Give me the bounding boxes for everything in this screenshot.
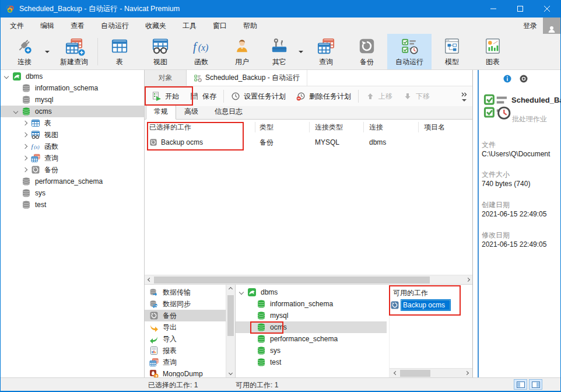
tree-item-tables[interactable]: 表 (1, 117, 144, 129)
field-label-file: 文件 (482, 140, 496, 150)
chevron-right-icon[interactable] (23, 167, 27, 172)
job-type-backup[interactable]: 备份 (145, 310, 226, 321)
job-type-data-transfer[interactable]: 数据传输 (145, 286, 226, 298)
menu-favorites[interactable]: 收藏夹 (137, 18, 174, 34)
tree-item-ocms[interactable]: ocms (1, 106, 144, 117)
chevron-down-icon[interactable] (4, 74, 9, 79)
job-type-query[interactable]: 查询 (145, 356, 226, 368)
mysql-connection-icon (247, 288, 257, 297)
toggle-right-pane-button[interactable] (529, 379, 542, 390)
menu-automation[interactable]: 自动运行 (93, 18, 137, 34)
tree-item-test[interactable]: test (1, 199, 144, 211)
chevron-right-icon[interactable] (23, 121, 27, 125)
start-button[interactable]: 开始 (147, 89, 184, 104)
column-header-connection[interactable]: 连接 (369, 120, 383, 135)
chevron-right-icon[interactable] (23, 144, 27, 149)
minimize-button[interactable] (480, 0, 507, 18)
scroll-left-arrow[interactable] (391, 369, 400, 377)
picker-item-mysql[interactable]: mysql (236, 310, 389, 321)
save-button[interactable]: 保存 (184, 89, 222, 104)
scrollbar-thumb[interactable] (154, 276, 430, 284)
job-type-report[interactable]: 报表 (145, 345, 226, 356)
picker-item-performance-schema[interactable]: performance_schema (236, 333, 389, 345)
toolbar-connection[interactable]: 连接 (6, 34, 43, 69)
scroll-up-arrow[interactable] (226, 285, 235, 293)
toolbar-new-query[interactable]: 新建查询 (52, 34, 96, 69)
tab-message-log[interactable]: 信息日志 (206, 104, 251, 120)
toolbar-user[interactable]: 用户 (222, 34, 262, 69)
column-header-type[interactable]: 类型 (260, 120, 274, 135)
set-task-schedule-button[interactable]: 设置任务计划 (226, 89, 291, 104)
tab-objects[interactable]: 对象 (145, 70, 187, 86)
chevron-right-icon[interactable] (23, 132, 27, 137)
picker-item-test[interactable]: test (236, 356, 389, 368)
scroll-right-arrow[interactable] (462, 369, 471, 377)
tree-item-views[interactable]: 视图 (1, 129, 144, 141)
toolbar-model[interactable]: 模型 (432, 34, 472, 69)
horizontal-scrollbar[interactable] (145, 275, 472, 284)
toolbar-others[interactable]: 其它 (262, 34, 296, 69)
tree-item-backups[interactable]: 备份 (1, 164, 144, 176)
scroll-left-arrow[interactable] (145, 275, 154, 284)
toolbar-backup[interactable]: 备份 (346, 34, 387, 69)
tree-item-dbms[interactable]: dbms (1, 71, 144, 82)
tree-item-queries[interactable]: 查询 (1, 152, 144, 164)
person-icon (547, 24, 556, 34)
move-down-button[interactable]: 下移 (398, 89, 435, 104)
toolbar-table[interactable]: 表 (99, 34, 140, 69)
scrollbar-thumb[interactable] (227, 295, 234, 336)
login-button[interactable]: 登录 (517, 21, 543, 31)
toggle-left-pane-button[interactable] (514, 379, 527, 390)
column-header-project[interactable]: 项目名 (424, 120, 445, 135)
job-row-name[interactable]: Backup ocms (149, 135, 203, 149)
toolbar-automation[interactable]: 自动运行 (387, 34, 432, 69)
vertical-scrollbar[interactable] (226, 285, 235, 377)
chevron-down-icon[interactable] (239, 290, 244, 295)
scrollbar-thumb[interactable] (400, 370, 430, 377)
picker-item-dbms[interactable]: dbms (236, 286, 389, 298)
menu-window[interactable]: 窗口 (205, 18, 235, 34)
toolbar-query[interactable]: 查询 (306, 34, 346, 69)
move-up-button[interactable]: 上移 (360, 89, 398, 104)
field-label-file-size: 文件大小 (482, 170, 510, 180)
tab-general[interactable]: 常规 (146, 104, 176, 120)
maximize-button[interactable] (507, 0, 534, 18)
toolbar-view[interactable]: 视图 (140, 34, 181, 69)
menu-edit[interactable]: 编辑 (32, 18, 62, 34)
menu-file[interactable]: 文件 (2, 18, 32, 34)
connection-dropdown[interactable] (43, 34, 52, 69)
chevron-down-icon[interactable] (13, 109, 18, 114)
scroll-down-arrow[interactable] (226, 369, 235, 377)
menu-tools[interactable]: 工具 (174, 18, 205, 34)
column-header-connection-type[interactable]: 连接类型 (315, 120, 343, 135)
picker-item-sys[interactable]: sys (236, 345, 389, 356)
job-type-data-sync[interactable]: 数据同步 (145, 298, 226, 310)
info-icon[interactable] (503, 74, 512, 83)
picker-item-ocms[interactable]: ocms (236, 321, 387, 333)
delete-task-schedule-button[interactable]: 删除任务计划 (291, 89, 356, 104)
scroll-right-arrow[interactable] (463, 275, 472, 284)
job-type-export[interactable]: 导出 (145, 321, 226, 333)
horizontal-scrollbar[interactable] (390, 368, 472, 377)
chevron-right-icon[interactable] (23, 156, 27, 160)
avatar[interactable] (543, 18, 560, 34)
others-dropdown[interactable] (296, 34, 306, 69)
tree-item-information-schema[interactable]: information_schema (1, 82, 144, 94)
column-header-selected-jobs[interactable]: 已选择的工作 (149, 120, 191, 135)
toolbar-charts[interactable]: 图表 (472, 34, 513, 69)
tree-item-performance-schema[interactable]: performance_schema (1, 176, 144, 187)
job-type-import[interactable]: 导入 (145, 333, 226, 345)
tree-item-mysql[interactable]: mysql (1, 94, 144, 106)
hide-panel-icon[interactable] (519, 74, 528, 83)
tree-item-functions[interactable]: 函数 (1, 141, 144, 152)
toolbar-overflow-button[interactable] (461, 91, 468, 102)
tab-scheduled-backup[interactable]: Scheduled_Backup - 自动运行 (187, 70, 307, 86)
available-job-backup-ocms[interactable]: Backup ocms (390, 299, 451, 312)
picker-item-information-schema[interactable]: information_schema (236, 298, 389, 310)
tree-item-sys[interactable]: sys (1, 187, 144, 199)
close-button[interactable] (534, 0, 560, 18)
toolbar-function[interactable]: 函数 (181, 34, 222, 69)
tab-advanced[interactable]: 高级 (176, 104, 206, 120)
menu-help[interactable]: 帮助 (235, 18, 265, 34)
menu-view[interactable]: 查看 (62, 18, 93, 34)
